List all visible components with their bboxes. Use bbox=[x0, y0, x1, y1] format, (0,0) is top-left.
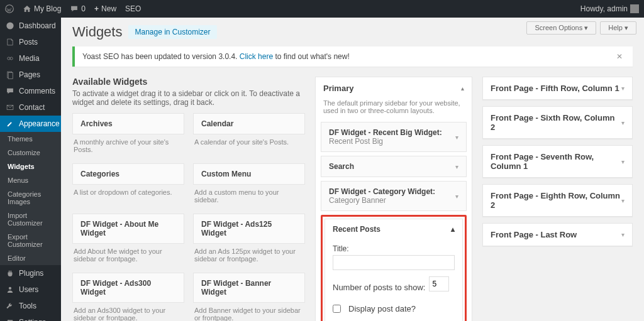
sidebar-area-collapsed[interactable]: Front Page - Sixth Row, Column 2▾ bbox=[482, 106, 633, 139]
widget-in-sidebar[interactable]: Search▾ bbox=[321, 156, 467, 177]
update-notice: Yoast SEO has been updated to version 3.… bbox=[72, 46, 633, 67]
menu-appearance[interactable]: Appearance bbox=[0, 116, 61, 132]
sub-widgets[interactable]: Widgets bbox=[0, 160, 61, 173]
menu-users[interactable]: Users bbox=[0, 281, 61, 298]
menu-settings[interactable]: Settings bbox=[0, 314, 61, 321]
sidebar-area-collapsed[interactable]: Front Page - Fifth Row, Column 1▾ bbox=[482, 77, 633, 100]
chevron-down-icon: ▾ bbox=[621, 158, 625, 165]
available-widget[interactable]: Categories bbox=[72, 163, 184, 185]
menu-media[interactable]: Media bbox=[0, 50, 61, 67]
available-widgets: Available Widgets To activate a widget d… bbox=[72, 77, 305, 321]
new-content[interactable]: +New bbox=[94, 4, 116, 13]
menu-contact[interactable]: Contact bbox=[0, 99, 61, 116]
notice-link[interactable]: Click here bbox=[240, 52, 273, 61]
primary-header[interactable]: Primary▴ bbox=[316, 77, 472, 99]
content-area: Screen Options ▾ Help ▾ Widgets Manage i… bbox=[61, 18, 644, 321]
admin-bar: My Blog 0 +New SEO Howdy, admin bbox=[0, 0, 644, 18]
primary-sidebar-area: Primary▴ The default primary sidebar for… bbox=[315, 77, 472, 321]
site-link[interactable]: My Blog bbox=[23, 4, 61, 13]
menu-dashboard[interactable]: Dashboard bbox=[0, 18, 61, 34]
available-widget[interactable]: DF Widget - Banner Widget bbox=[193, 273, 305, 303]
available-desc: To activate a widget drag it to a sideba… bbox=[72, 89, 305, 107]
menu-comments[interactable]: Comments bbox=[0, 83, 61, 99]
sub-import-customizer[interactable]: Import Customizer bbox=[0, 209, 61, 230]
title-label: Title: bbox=[333, 244, 455, 253]
submenu-appearance: Themes Customize Widgets Menus Categorie… bbox=[0, 132, 61, 265]
chevron-up-icon: ▴ bbox=[461, 85, 464, 92]
date-label: Display post date? bbox=[348, 304, 416, 313]
other-sidebar-areas: Front Page - Fifth Row, Column 1▾Front P… bbox=[482, 77, 633, 253]
svg-point-3 bbox=[10, 57, 13, 60]
available-title: Available Widgets bbox=[72, 77, 305, 87]
menu-plugins[interactable]: Plugins bbox=[0, 265, 61, 281]
comments-bubble[interactable]: 0 bbox=[70, 4, 86, 13]
avatar bbox=[630, 4, 639, 13]
recent-posts-widget: Recent Posts▴Title:Number of posts to sh… bbox=[325, 219, 463, 321]
available-widget-desc: Add a custom menu to your sidebar. bbox=[193, 185, 305, 210]
sidebar-area-collapsed[interactable]: Front Page - Seventh Row, Column 1▾ bbox=[482, 145, 633, 178]
widget-header[interactable]: Recent Posts▴ bbox=[325, 219, 462, 239]
howdy[interactable]: Howdy, admin bbox=[580, 4, 639, 13]
available-widget-desc: A list or dropdown of categories. bbox=[72, 185, 184, 202]
menu-tools[interactable]: Tools bbox=[0, 298, 61, 314]
date-checkbox[interactable] bbox=[333, 305, 341, 313]
menu-pages[interactable]: Pages bbox=[0, 67, 61, 83]
available-widget-desc: Add an Ads300 widget to your sidebar or … bbox=[72, 303, 184, 321]
menu-posts[interactable]: Posts bbox=[0, 34, 61, 50]
sub-categories-images[interactable]: Categories Images bbox=[0, 187, 61, 209]
title-input[interactable] bbox=[333, 255, 455, 270]
manage-customizer-button[interactable]: Manage in Customizer bbox=[128, 25, 216, 39]
available-widget[interactable]: DF Widget - About Me Widget bbox=[72, 214, 184, 244]
chevron-down-icon: ▾ bbox=[455, 193, 458, 200]
chevron-up-icon: ▴ bbox=[451, 225, 455, 234]
home-icon bbox=[23, 4, 31, 13]
svg-point-2 bbox=[8, 57, 10, 60]
wp-logo[interactable] bbox=[5, 4, 14, 13]
chevron-down-icon: ▾ bbox=[621, 85, 625, 92]
available-widget-desc: Add Banner widget to your sidebar or fro… bbox=[193, 303, 305, 321]
sub-customize[interactable]: Customize bbox=[0, 146, 61, 160]
available-widget-desc: A monthly archive of your site's Posts. bbox=[72, 134, 184, 160]
primary-desc: The default primary sidebar for your web… bbox=[316, 99, 472, 119]
svg-point-7 bbox=[9, 287, 11, 290]
sub-menus[interactable]: Menus bbox=[0, 173, 61, 187]
available-widget[interactable]: DF Widget - Ads125 Widget bbox=[193, 214, 305, 244]
comment-icon bbox=[70, 4, 79, 13]
dismiss-notice[interactable]: ✕ bbox=[616, 52, 625, 61]
seo-link[interactable]: SEO bbox=[125, 4, 141, 13]
available-widget[interactable]: Calendar bbox=[193, 113, 305, 134]
available-widget[interactable]: Custom Menu bbox=[193, 163, 305, 185]
num-label: Number of posts to show: bbox=[333, 283, 425, 292]
sub-export-customizer[interactable]: Export Customizer bbox=[0, 230, 61, 251]
available-widget-desc: A calendar of your site's Posts. bbox=[193, 134, 305, 152]
sidebar-area-collapsed[interactable]: Front Page - Eighth Row, Column 2▾ bbox=[482, 184, 633, 217]
available-widget[interactable]: DF Widget - Ads300 Widget bbox=[72, 273, 184, 303]
svg-point-1 bbox=[6, 22, 13, 29]
chevron-down-icon: ▾ bbox=[621, 119, 625, 126]
screen-options-button[interactable]: Screen Options ▾ bbox=[526, 21, 596, 35]
highlighted-widget: Recent Posts▴Title:Number of posts to sh… bbox=[321, 215, 467, 321]
svg-point-0 bbox=[6, 5, 14, 13]
available-widget-desc: Add About Me widget to your sidebar or f… bbox=[72, 244, 184, 269]
chevron-down-icon: ▾ bbox=[455, 163, 458, 170]
help-button[interactable]: Help ▾ bbox=[600, 21, 636, 35]
admin-menu: Dashboard Posts Media Pages Comments Con… bbox=[0, 18, 61, 321]
svg-rect-5 bbox=[8, 73, 13, 79]
widget-in-sidebar[interactable]: DF Widget - Category Widget: Category Ba… bbox=[321, 181, 467, 211]
sidebar-area-collapsed[interactable]: Front Page - Last Row▾ bbox=[482, 223, 633, 246]
chevron-down-icon: ▾ bbox=[621, 197, 625, 204]
widget-in-sidebar[interactable]: DF Widget - Recent Big Widget: Recent Po… bbox=[321, 122, 467, 152]
num-input[interactable] bbox=[429, 276, 449, 291]
sub-editor[interactable]: Editor bbox=[0, 251, 61, 265]
chevron-down-icon: ▾ bbox=[621, 231, 625, 238]
available-widget-desc: Add an Ads 125px widget to your sidebar … bbox=[193, 244, 305, 269]
available-widget[interactable]: Archives bbox=[72, 113, 184, 134]
chevron-down-icon: ▾ bbox=[455, 134, 458, 141]
sub-themes[interactable]: Themes bbox=[0, 132, 61, 146]
